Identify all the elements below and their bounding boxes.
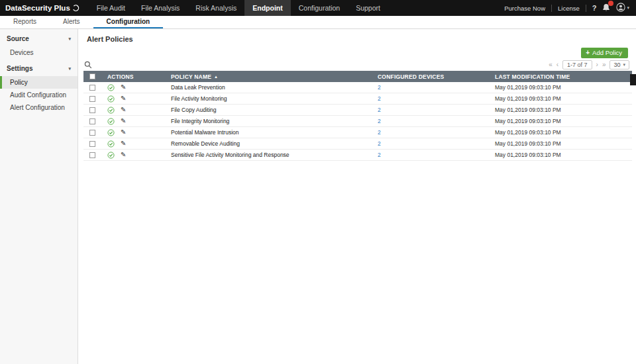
enable-policy-icon[interactable] [107, 95, 115, 103]
sidebar-section-settings-label: Settings [7, 65, 32, 72]
table-row: ✎ Potential Malware Intrusion 2 May 01,2… [83, 127, 632, 138]
plus-icon: + [586, 49, 590, 56]
nav-configuration[interactable]: Configuration [291, 0, 348, 16]
pagination-range: 1-7 of 7 [562, 60, 592, 69]
sidebar-item-devices[interactable]: Devices [0, 46, 78, 59]
policy-name: Removable Device Auditing [164, 140, 371, 147]
last-modification-time: May 01,2019 09:03:10 PM [488, 84, 632, 91]
header-last-modification-time: LAST MODIFICATION TIME [488, 73, 632, 80]
row-checkbox[interactable] [89, 152, 95, 158]
policy-name: Potential Malware Intrusion [164, 129, 371, 136]
header-actions: ACTIONS [101, 73, 164, 80]
top-bar: DataSecurity Plus File Audit File Analys… [0, 0, 636, 16]
notification-badge [608, 1, 613, 6]
policy-name: Data Leak Prevention [164, 84, 371, 91]
page-size-value: 30 [613, 62, 620, 68]
last-modification-time: May 01,2019 09:03:10 PM [488, 129, 632, 136]
page-size-select[interactable]: 30 ▾ [610, 60, 629, 69]
row-checkbox[interactable] [89, 130, 95, 136]
logo-swoosh-icon [72, 4, 80, 13]
sidebar-item-audit-configuration[interactable]: Audit Configuration [0, 89, 78, 101]
alert-policies-table: ACTIONS POLICY NAME▲ CONFIGURED DEVICES … [83, 71, 632, 161]
tab-reports[interactable]: Reports [0, 16, 50, 28]
add-policy-button-label: Add Policy [592, 49, 622, 56]
enable-policy-icon[interactable] [107, 107, 115, 114]
chevron-down-icon: ▾ [623, 62, 625, 68]
pagination-prev-button[interactable]: ‹ [556, 62, 558, 68]
button-row: + Add Policy [79, 43, 636, 58]
configured-devices-link[interactable]: 2 [378, 140, 381, 147]
enable-policy-icon[interactable] [107, 118, 115, 125]
last-modification-time: May 01,2019 09:03:10 PM [488, 107, 632, 113]
configured-devices-link[interactable]: 2 [378, 152, 381, 158]
tab-configuration[interactable]: Configuration [93, 16, 164, 28]
sidebar-section-settings[interactable]: Settings ▾ [0, 59, 78, 76]
license-link[interactable]: License [558, 5, 580, 12]
header-configured-devices: CONFIGURED DEVICES [371, 73, 488, 80]
sidebar-section-source-label: Source [7, 35, 29, 42]
nav-file-audit[interactable]: File Audit [89, 0, 133, 16]
search-icon[interactable] [84, 61, 92, 69]
edit-policy-icon[interactable]: ✎ [121, 152, 126, 158]
header-policy-name[interactable]: POLICY NAME▲ [164, 73, 371, 80]
sidebar-item-alert-configuration[interactable]: Alert Configuration [0, 101, 78, 114]
scrollbar-corner[interactable] [630, 74, 636, 85]
nav-support[interactable]: Support [348, 0, 388, 16]
row-checkbox[interactable] [89, 96, 95, 102]
configured-devices-link[interactable]: 2 [378, 129, 381, 136]
edit-policy-icon[interactable]: ✎ [121, 95, 126, 102]
table-row: ✎ Sensitive File Activity Monitoring and… [83, 150, 632, 161]
select-all-checkbox[interactable] [89, 73, 95, 79]
last-modification-time: May 01,2019 09:03:10 PM [488, 118, 632, 124]
configured-devices-link[interactable]: 2 [378, 118, 381, 124]
enable-policy-icon[interactable] [107, 152, 115, 159]
chevron-down-icon: ▾ [68, 36, 71, 42]
enable-policy-icon[interactable] [107, 140, 115, 148]
last-modification-time: May 01,2019 09:03:10 PM [488, 140, 632, 147]
row-checkbox[interactable] [89, 141, 95, 147]
sidebar-item-policy[interactable]: Policy [0, 76, 78, 89]
edit-policy-icon[interactable]: ✎ [121, 107, 126, 113]
edit-policy-icon[interactable]: ✎ [121, 140, 126, 147]
enable-policy-icon[interactable] [107, 129, 115, 136]
edit-policy-icon[interactable]: ✎ [121, 118, 126, 124]
top-nav: File Audit File Analysis Risk Analysis E… [89, 0, 388, 16]
page-title: Alert Policies [79, 29, 636, 43]
pagination-last-button[interactable]: » [602, 62, 606, 68]
app-logo: DataSecurity Plus [0, 0, 89, 16]
purchase-now-link[interactable]: Purchase Now [504, 5, 545, 12]
user-menu-button[interactable]: ▾ [616, 3, 629, 13]
sidebar: Source ▾ Devices Settings ▾ Policy Audit… [0, 29, 78, 364]
tab-alerts[interactable]: Alerts [50, 16, 93, 28]
help-icon[interactable]: ? [592, 4, 597, 12]
policy-name: Sensitive File Activity Monitoring and R… [164, 152, 371, 158]
add-policy-button[interactable]: + Add Policy [581, 48, 628, 58]
configured-devices-link[interactable]: 2 [378, 107, 381, 113]
table-row: ✎ Removable Device Auditing 2 May 01,201… [83, 138, 632, 150]
notifications-button[interactable] [602, 3, 610, 13]
last-modification-time: May 01,2019 09:03:10 PM [488, 95, 632, 102]
policy-name: File Integrity Monitoring [164, 118, 371, 124]
last-modification-time: May 01,2019 09:03:10 PM [488, 152, 632, 158]
pagination-next-button[interactable]: › [596, 62, 598, 68]
configured-devices-link[interactable]: 2 [378, 95, 381, 102]
nav-endpoint[interactable]: Endpoint [244, 0, 291, 16]
row-checkbox[interactable] [89, 85, 95, 91]
enable-policy-icon[interactable] [107, 84, 115, 91]
configured-devices-link[interactable]: 2 [378, 84, 381, 91]
sidebar-section-source[interactable]: Source ▾ [0, 29, 78, 46]
pagination-first-button[interactable]: « [549, 62, 553, 68]
row-checkbox[interactable] [89, 118, 95, 124]
row-checkbox[interactable] [89, 107, 95, 113]
app-logo-text: DataSecurity Plus [5, 4, 70, 12]
nav-file-analysis[interactable]: File Analysis [133, 0, 187, 16]
table-row: ✎ File Activity Monitoring 2 May 01,2019… [83, 93, 632, 105]
edit-policy-icon[interactable]: ✎ [121, 129, 126, 136]
table-row: ✎ File Copy Auditing 2 May 01,2019 09:03… [83, 105, 632, 116]
policy-name: File Activity Monitoring [164, 95, 371, 102]
table-toolbar: « ‹ 1-7 of 7 › » 30 ▾ [79, 58, 636, 71]
main-content: Alert Policies + Add Policy « ‹ 1-7 of 7… [79, 29, 636, 364]
nav-risk-analysis[interactable]: Risk Analysis [187, 0, 244, 16]
divider [551, 5, 552, 12]
edit-policy-icon[interactable]: ✎ [121, 84, 126, 91]
